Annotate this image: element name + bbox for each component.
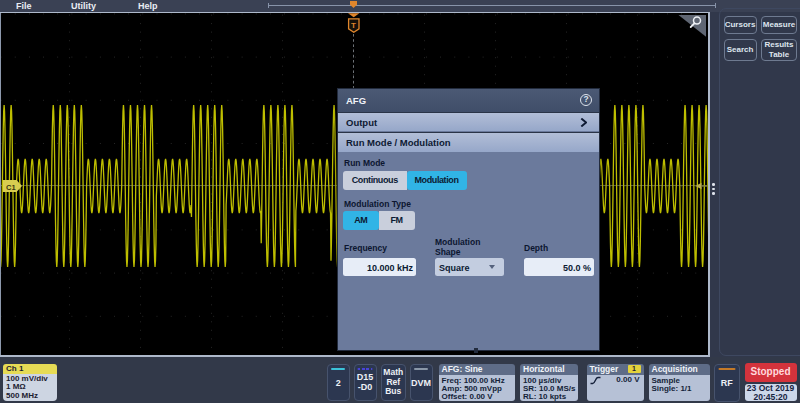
svg-text:C1: C1 <box>6 183 16 192</box>
svg-text:T: T <box>351 21 356 30</box>
